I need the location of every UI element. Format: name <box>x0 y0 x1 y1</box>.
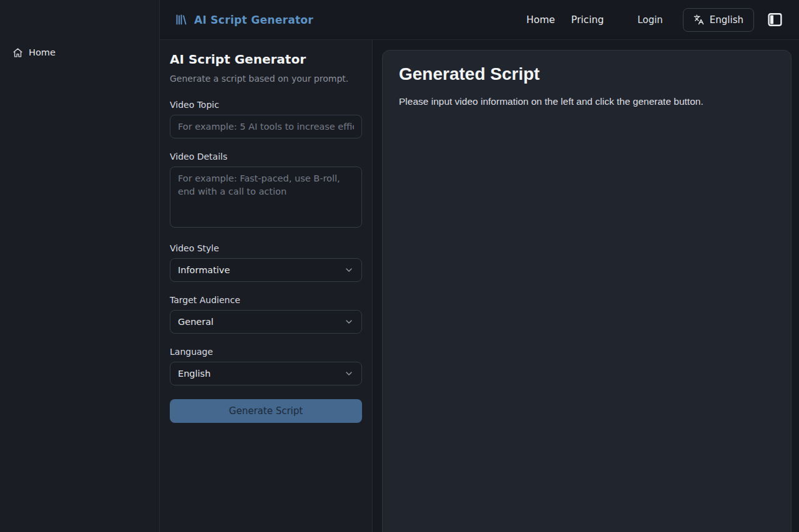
language-value: English <box>178 369 210 379</box>
video-style-label: Video Style <box>170 243 362 253</box>
panel-toggle-button[interactable] <box>765 11 784 29</box>
brand-title: AI Script Generator <box>194 14 313 26</box>
video-topic-field-group: Video Topic <box>170 100 362 138</box>
target-audience-label: Target Audience <box>170 295 362 305</box>
target-audience-field-group: Target Audience General <box>170 295 362 334</box>
video-topic-label: Video Topic <box>170 100 362 110</box>
content-area: AI Script Generator Generate a script ba… <box>160 40 799 532</box>
target-audience-select[interactable]: General <box>170 310 362 334</box>
video-details-label: Video Details <box>170 152 362 162</box>
form-subtitle: Generate a script based on your prompt. <box>170 74 362 84</box>
sidebar-item-label: Home <box>29 47 56 57</box>
generated-script-card: Generated Script Please input video info… <box>382 50 792 532</box>
video-style-value: Informative <box>178 265 230 275</box>
brand-logo[interactable]: AI Script Generator <box>175 13 313 26</box>
app-root: Home AI Script Generator Home Pricing Lo… <box>0 0 799 532</box>
languages-icon <box>694 14 704 25</box>
main-area: AI Script Generator Home Pricing Login E… <box>160 0 799 532</box>
nav-home[interactable]: Home <box>526 14 555 26</box>
video-style-field-group: Video Style Informative <box>170 243 362 282</box>
sidebar-item-home[interactable]: Home <box>7 42 152 62</box>
sidebar: Home <box>0 0 160 532</box>
chevron-down-icon <box>344 265 354 275</box>
nav-pricing[interactable]: Pricing <box>571 14 604 26</box>
video-details-field-group: Video Details <box>170 152 362 230</box>
target-audience-value: General <box>178 317 213 327</box>
language-field-group: Language English <box>170 347 362 385</box>
chevron-down-icon <box>344 317 354 327</box>
top-bar: AI Script Generator Home Pricing Login E… <box>160 0 799 40</box>
video-style-select[interactable]: Informative <box>170 258 362 282</box>
script-form-panel: AI Script Generator Generate a script ba… <box>160 40 373 532</box>
language-label: Language <box>170 347 362 357</box>
video-topic-input[interactable] <box>170 115 362 138</box>
form-title: AI Script Generator <box>170 52 362 67</box>
login-link[interactable]: Login <box>637 14 662 26</box>
generated-script-title: Generated Script <box>399 64 775 84</box>
language-select[interactable]: English <box>170 362 362 385</box>
panel-left-icon <box>767 11 783 28</box>
top-nav: Home Pricing Login English <box>510 8 784 32</box>
chevron-down-icon <box>344 369 354 379</box>
library-icon <box>175 13 188 26</box>
language-button[interactable]: English <box>683 8 754 32</box>
generated-script-empty-message: Please input video information on the le… <box>399 96 775 107</box>
result-panel: Generated Script Please input video info… <box>373 40 799 532</box>
house-icon <box>12 47 23 58</box>
video-details-textarea[interactable] <box>170 167 362 228</box>
language-button-label: English <box>710 14 743 26</box>
generate-script-button[interactable]: Generate Script <box>170 399 362 423</box>
